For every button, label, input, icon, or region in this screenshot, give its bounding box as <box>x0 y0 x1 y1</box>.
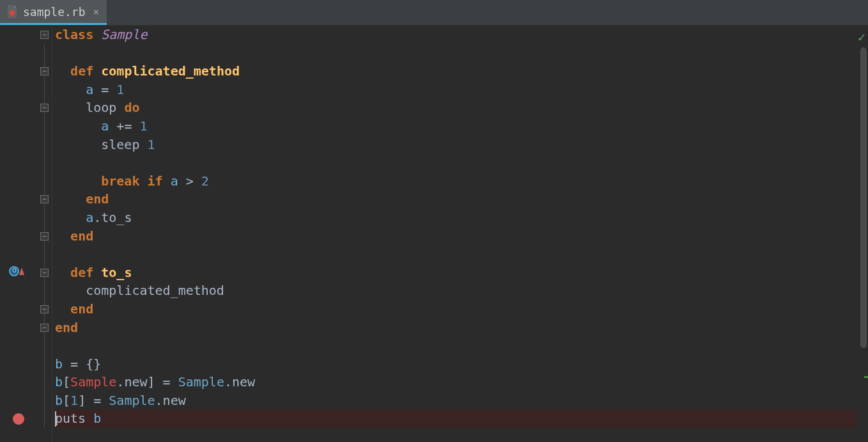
code-line[interactable]: puts b <box>55 409 856 428</box>
code-line[interactable] <box>55 154 856 172</box>
analysis-ok-icon: ✓ <box>858 29 865 45</box>
code-line[interactable]: b[1] = Sample.new <box>55 391 856 410</box>
code-line[interactable]: class Sample <box>55 26 856 44</box>
ruby-file-icon <box>6 4 18 19</box>
code-line[interactable]: end <box>55 319 856 337</box>
file-tab[interactable]: sample.rb × <box>0 0 107 25</box>
editor[interactable]: −−−−−−−− class Sample def complicated_me… <box>0 26 868 442</box>
override-method-icon[interactable] <box>9 266 24 276</box>
scroll-marker <box>864 376 868 378</box>
scrollbar-thumb[interactable] <box>860 47 867 348</box>
code-line[interactable] <box>55 336 856 355</box>
fold-open-icon[interactable]: − <box>40 67 49 75</box>
code-line[interactable]: break if a > 2 <box>55 172 856 191</box>
fold-close-icon[interactable]: − <box>40 232 49 241</box>
code-line[interactable]: a.to_s <box>55 209 856 227</box>
code-line[interactable]: def complicated_method <box>55 62 856 81</box>
tab-filename: sample.rb <box>23 5 86 19</box>
code-line[interactable]: b[Sample.new] = Sample.new <box>55 373 856 391</box>
code-line[interactable]: end <box>55 190 856 209</box>
code-line[interactable] <box>55 44 856 63</box>
scrollbar-area[interactable]: ✓ <box>856 26 868 442</box>
breakpoint-icon[interactable] <box>13 413 24 425</box>
code-line[interactable]: end <box>55 300 856 319</box>
code-line[interactable]: a = 1 <box>55 81 856 99</box>
code-line[interactable]: sleep 1 <box>55 136 856 154</box>
code-line[interactable]: complicated_method <box>55 281 856 300</box>
code-line[interactable] <box>55 245 856 264</box>
gutter[interactable]: −−−−−−−− <box>0 26 52 442</box>
tab-bar: sample.rb × <box>0 0 868 26</box>
fold-open-icon[interactable]: − <box>40 104 49 112</box>
fold-close-icon[interactable]: − <box>40 324 49 332</box>
code-line[interactable]: a += 1 <box>55 117 856 136</box>
code-area[interactable]: class Sample def complicated_method a = … <box>52 26 856 442</box>
code-line[interactable]: def to_s <box>55 264 856 282</box>
code-line[interactable]: end <box>55 227 856 246</box>
fold-open-icon[interactable]: − <box>40 269 49 277</box>
fold-open-icon[interactable]: − <box>40 31 49 39</box>
close-icon[interactable]: × <box>93 6 100 18</box>
code-line[interactable]: b = {} <box>55 355 856 374</box>
fold-close-icon[interactable]: − <box>40 305 49 313</box>
fold-close-icon[interactable]: − <box>40 195 49 203</box>
code-line[interactable]: loop do <box>55 99 856 117</box>
